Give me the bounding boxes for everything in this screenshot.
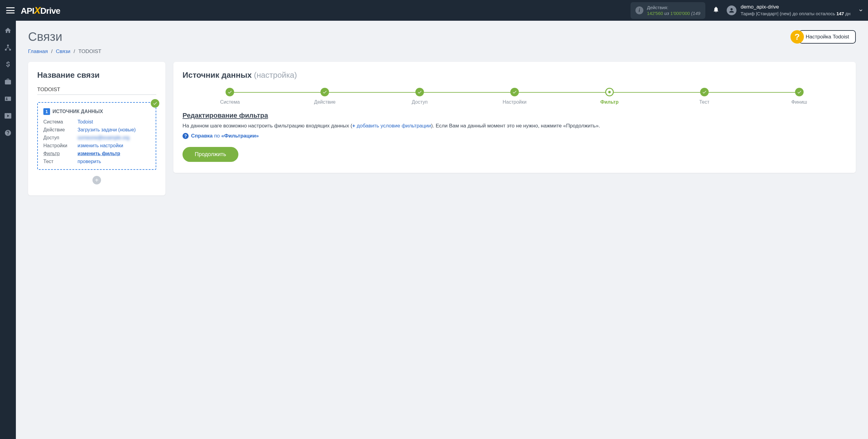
page-title: Связи [28, 30, 62, 43]
row-filter-value[interactable]: изменить фильтр [78, 151, 150, 157]
bell-icon[interactable] [713, 6, 719, 14]
step-тест[interactable]: Тест [657, 88, 752, 105]
app-header: APIXDrive i Действия: 142'560 из 1'000'0… [0, 0, 868, 21]
breadcrumb: Главная / Связи / TODOIST [28, 48, 856, 55]
chevron-down-icon[interactable]: › [857, 9, 865, 11]
row-filter-label: Фильтр [43, 151, 74, 157]
connection-name-card: Название связи 1 ИСТОЧНИК ДАННЫХ Система… [28, 62, 165, 195]
card-title: Название связи [37, 70, 156, 80]
breadcrumb-current: TODOIST [79, 48, 101, 54]
question-icon: ? [183, 133, 189, 139]
step-система[interactable]: Система [183, 88, 277, 105]
help-link[interactable]: ? Справка по «Фильтрации» [183, 133, 847, 139]
user-block[interactable]: demo_apix-drive Тариф |Стандарт| (new) д… [741, 4, 850, 17]
actions-counter[interactable]: i Действия: 142'560 из 1'000'000 (149 [630, 2, 705, 19]
row-access-value[interactable]: someone@example.org [78, 135, 150, 140]
card-title: Источник данных (настройка) [183, 70, 847, 80]
video-icon[interactable] [4, 111, 12, 120]
source-box-title: ИСТОЧНИК ДАННЫХ [53, 109, 103, 114]
stepper: СистемаДействиеДоступНастройкиФильтрТест… [183, 88, 847, 105]
setup-button[interactable]: Настройка Todoist [799, 30, 856, 43]
main-content: Связи ? Настройка Todoist Главная / Связ… [16, 21, 868, 439]
connections-icon[interactable] [4, 43, 12, 52]
tariff-text: Тариф |Стандарт| (new) до оплаты осталос… [741, 11, 850, 17]
step-действие[interactable]: Действие [277, 88, 372, 105]
avatar-icon[interactable] [727, 5, 737, 15]
info-icon: i [636, 6, 643, 14]
sidebar [0, 21, 16, 439]
filter-heading: Редактирование фильтра [183, 111, 847, 120]
billing-icon[interactable] [4, 60, 12, 69]
step-финиш[interactable]: Финиш [752, 88, 847, 105]
breadcrumb-home[interactable]: Главная [28, 48, 48, 54]
data-source-box: 1 ИСТОЧНИК ДАННЫХ Система Todoist Действ… [37, 102, 156, 170]
help-badge-icon[interactable]: ? [790, 30, 804, 43]
row-system-label: Система [43, 119, 74, 125]
row-system-value[interactable]: Todoist [78, 119, 150, 125]
step-доступ[interactable]: Доступ [372, 88, 467, 105]
row-settings-value[interactable]: изменить настройки [78, 143, 150, 148]
source-number-badge: 1 [43, 108, 50, 115]
hamburger-menu[interactable] [6, 7, 14, 13]
id-card-icon[interactable] [4, 95, 12, 103]
data-source-config-card: Источник данных (настройка) СистемаДейст… [173, 62, 856, 173]
check-icon [151, 99, 159, 108]
briefcase-icon[interactable] [4, 77, 12, 86]
breadcrumb-links[interactable]: Связи [56, 48, 70, 54]
connection-name-input[interactable] [37, 85, 156, 95]
row-settings-label: Настройки [43, 143, 74, 148]
row-test-label: Тест [43, 159, 74, 164]
add-button[interactable]: + [92, 176, 101, 184]
row-access-label: Доступ [43, 135, 74, 140]
actions-label: Действия: [647, 5, 701, 11]
continue-button[interactable]: Продолжить [183, 147, 238, 162]
logo[interactable]: APIXDrive [21, 5, 60, 16]
step-фильтр[interactable]: Фильтр [562, 88, 657, 105]
row-action-value[interactable]: Загрузить задачи (новые) [78, 127, 150, 133]
filter-description: На данном шаге возможно настроить фильтр… [183, 122, 847, 130]
row-action-label: Действие [43, 127, 74, 133]
home-icon[interactable] [4, 26, 12, 35]
row-test-value[interactable]: проверить [78, 159, 150, 164]
step-настройки[interactable]: Настройки [467, 88, 562, 105]
add-filter-link[interactable]: + добавить условие фильтрации [352, 123, 431, 129]
help-icon[interactable] [4, 129, 12, 137]
user-name: demo_apix-drive [741, 4, 850, 11]
